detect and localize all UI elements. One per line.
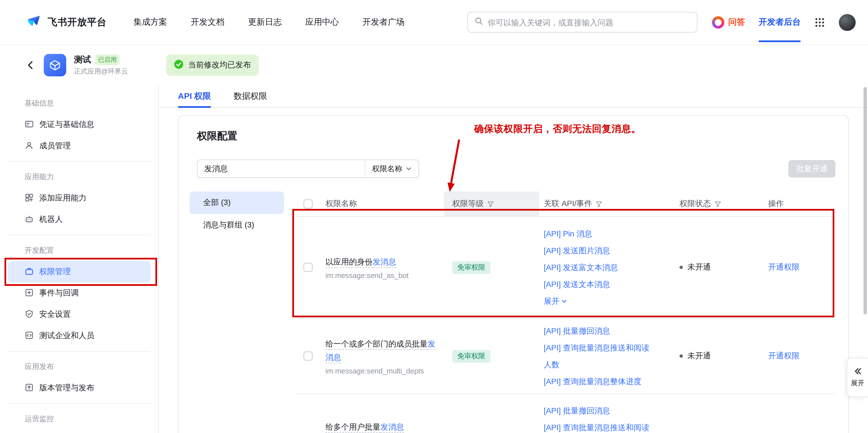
sidebar-item-version[interactable]: 版本管理与发布 [8, 377, 150, 399]
permission-code: im:message:send_multi_depts [326, 367, 424, 375]
sidebar-item-events[interactable]: 事件与回调 [8, 283, 150, 304]
api-link[interactable]: [API] Pin 消息 [544, 225, 592, 242]
sidebar-item-label: 测试企业和人员 [39, 331, 94, 341]
app-header-bar: 测试 已启用 正式应用@环界云 当前修改均已发布 [0, 45, 868, 85]
bulk-approve-button[interactable]: 批量开通 [788, 160, 835, 177]
chevron-down-icon [561, 298, 567, 304]
status-dot [680, 354, 683, 358]
permission-code: im:message:send_as_bot [326, 271, 408, 280]
permission-field-select[interactable]: 权限名称 [365, 160, 418, 177]
sidebar-item-label: 凭证与基础信息 [39, 120, 94, 130]
search-input[interactable] [488, 18, 690, 27]
sidebar-item-permissions[interactable]: 权限管理 [8, 261, 150, 283]
feishu-logo-icon [26, 12, 43, 32]
api-link[interactable]: [API] 查询批量消息推送和阅读 [544, 419, 649, 433]
robot-icon [25, 214, 34, 225]
permission-search-input[interactable] [197, 160, 365, 177]
open-permission-link[interactable]: 开通权限 [768, 351, 800, 361]
qa-button[interactable]: 问答 [712, 16, 745, 28]
avatar[interactable] [839, 14, 856, 31]
col-permission-level: 权限等级 [452, 199, 484, 209]
double-chevron-left-icon [853, 367, 862, 376]
apps-grid-button[interactable] [814, 17, 825, 28]
api-link[interactable]: [API] 批量撤回消息 [544, 322, 610, 339]
top-nav-bar: 飞书开放平台 集成方案 开发文档 更新日志 应用中心 开发者广场 问答 开发者后… [0, 0, 868, 45]
table-row: 以应用的身份发消息 im:message:send_as_bot 免审权限 [A… [295, 217, 835, 318]
app-name: 测试 [74, 54, 91, 65]
app-meta: 测试 已启用 正式应用@环界云 [74, 54, 128, 76]
tab-data-permission[interactable]: 数据权限 [234, 85, 267, 107]
table-header-row: 权限名称 权限等级 关联 API/事件 权限状态 操作 [295, 192, 835, 217]
field-select-label: 权限名称 [372, 164, 402, 174]
filter-funnel-icon[interactable] [596, 200, 603, 207]
sidebar-item-bot[interactable]: 机器人 [8, 209, 150, 230]
check-circle-icon [174, 60, 184, 71]
permission-search-group: 权限名称 [197, 160, 419, 178]
sidebar-item-security[interactable]: 安全设置 [8, 304, 150, 325]
api-link[interactable]: [API] 发送文本消息 [544, 276, 610, 293]
sidebar-section-basic-info: 基础信息 [8, 93, 150, 114]
sidebar-item-add-capability[interactable]: 添加应用能力 [8, 187, 150, 209]
expand-label: 展开 [544, 293, 559, 310]
divider [8, 161, 150, 162]
api-link[interactable]: [API] 发送富文本消息 [544, 259, 618, 276]
status-badge: 未开通 [680, 351, 711, 361]
sidebar-item-credentials[interactable]: 凭证与基础信息 [8, 114, 150, 135]
search-icon [475, 17, 483, 28]
nav-item-app-center[interactable]: 应用中心 [305, 17, 339, 28]
sidebar-section-capabilities: 应用能力 [8, 166, 150, 187]
open-permission-link[interactable]: 开通权限 [768, 262, 800, 272]
scrollbar-thumb[interactable] [864, 87, 867, 315]
annotation-note: 确保该权限开启，否则无法回复消息。 [474, 122, 641, 135]
code-square-icon [25, 330, 34, 341]
divider [8, 351, 150, 352]
api-link[interactable]: [API] 批量撤回消息 [544, 402, 610, 419]
row-checkbox[interactable] [304, 263, 312, 272]
page: 飞书开放平台 集成方案 开发文档 更新日志 应用中心 开发者广场 问答 开发者后… [0, 0, 868, 433]
developer-console-link[interactable]: 开发者后台 [758, 0, 801, 45]
permission-table: 权限名称 权限等级 关联 API/事件 权限状态 操作 [295, 192, 835, 433]
feishu-logo[interactable]: 飞书开放平台 [26, 12, 106, 32]
api-link[interactable]: [API] 查询批量消息推送和阅读人数 [544, 339, 657, 373]
sidebar-item-label: 机器人 [39, 214, 63, 225]
nav-item-changelog[interactable]: 更新日志 [248, 17, 282, 28]
category-message-group[interactable]: 消息与群组 (3) [190, 214, 284, 236]
select-all-checkbox[interactable] [304, 199, 312, 208]
sidebar-item-test-org[interactable]: 测试企业和人员 [8, 325, 150, 347]
permission-name: 以应用的身份发消息 [326, 255, 396, 268]
briefcase-icon [25, 266, 34, 277]
category-all[interactable]: 全部 (3) [190, 192, 284, 214]
chevron-down-icon [406, 166, 412, 172]
expand-link[interactable]: 展开 [544, 293, 567, 310]
filter-funnel-icon[interactable] [714, 200, 721, 207]
filter-funnel-icon[interactable] [487, 200, 494, 207]
api-link[interactable]: [API] 查询批量消息整体进度 [544, 373, 641, 390]
expand-panel-button[interactable]: 展开 [847, 358, 868, 397]
sidebar: 基础信息 凭证与基础信息 成员管理 应用能力 [0, 85, 159, 433]
col-action: 操作 [768, 199, 784, 209]
main-content: API 权限 数据权限 权限配置 权限名称 批量开通 全部 (3) 消息与群组 … [159, 85, 868, 433]
sidebar-item-members[interactable]: 成员管理 [8, 135, 150, 157]
status-dot [680, 266, 683, 269]
sidebar-item-label: 权限管理 [39, 267, 71, 277]
tab-api-permission[interactable]: API 权限 [178, 85, 211, 107]
back-button[interactable] [26, 60, 36, 70]
global-search[interactable] [467, 12, 698, 33]
col-related-api: 关联 API/事件 [544, 199, 592, 209]
row-checkbox[interactable] [304, 352, 312, 360]
grid-plus-icon [25, 193, 34, 204]
nav-item-docs[interactable]: 开发文档 [191, 17, 224, 28]
id-card-icon [25, 119, 34, 130]
nav-item-integration[interactable]: 集成方案 [133, 17, 167, 28]
permission-level-badge: 免审权限 [452, 350, 490, 363]
qa-label: 问答 [728, 17, 745, 28]
api-link[interactable]: [API] 发送图片消息 [544, 242, 610, 259]
permission-tabs: API 权限 数据权限 [159, 85, 868, 108]
app-subtitle: 正式应用@环界云 [74, 66, 128, 76]
sidebar-item-label: 安全设置 [39, 310, 71, 320]
permission-config-title: 权限配置 [197, 129, 237, 143]
nav-item-dev-plaza[interactable]: 开发者广场 [363, 17, 405, 28]
expander-label: 展开 [851, 378, 864, 388]
publish-status-badge: 当前修改均已发布 [166, 55, 259, 76]
status-badge: 未开通 [680, 262, 711, 272]
